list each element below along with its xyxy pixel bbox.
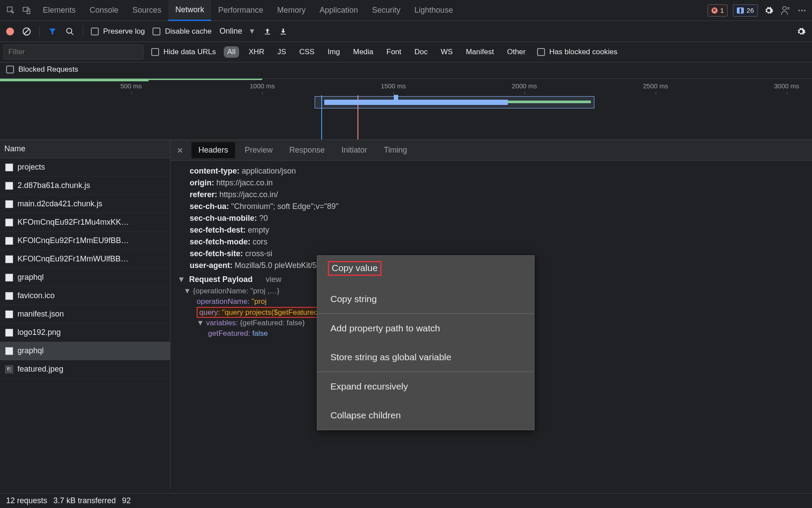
- svg-point-6: [804, 10, 806, 11]
- header-row[interactable]: content-type: application/json: [170, 165, 812, 177]
- account-icon[interactable]: [780, 5, 791, 16]
- request-row[interactable]: featured.jpeg: [0, 360, 170, 379]
- svg-rect-1: [23, 7, 28, 11]
- ctx-item-add-property-path-to-watch[interactable]: Add property path to watch: [317, 314, 534, 343]
- request-row[interactable]: KFOmCnqEu92Fr1Mu4mxKK…: [0, 213, 170, 232]
- devtools-tab-elements[interactable]: Elements: [36, 0, 83, 21]
- has-blocked-cookies-checkbox[interactable]: Has blocked cookies: [537, 48, 618, 56]
- error-badge[interactable]: ✕1: [708, 4, 728, 17]
- ctx-item-copy-value[interactable]: Copy value: [317, 256, 534, 285]
- header-row[interactable]: sec-fetch-mode: cors: [170, 236, 812, 248]
- timeline-tick: 500 ms: [120, 82, 142, 90]
- search-icon[interactable]: [65, 27, 75, 36]
- timeline-tick: 2000 ms: [512, 82, 537, 90]
- throttling-select[interactable]: Online ▼: [219, 27, 256, 36]
- header-row[interactable]: sec-fetch-dest: empty: [170, 224, 812, 236]
- request-name: projects: [17, 163, 45, 172]
- devtools-tab-memory[interactable]: Memory: [270, 0, 312, 21]
- detail-tab-preview[interactable]: Preview: [238, 142, 280, 158]
- request-row[interactable]: graphql: [0, 342, 170, 360]
- device-toggle-icon[interactable]: [20, 4, 33, 17]
- devtools-tab-application[interactable]: Application: [312, 0, 365, 21]
- type-filter-all[interactable]: All: [224, 46, 239, 58]
- more-icon[interactable]: [796, 5, 808, 16]
- file-icon: [5, 274, 13, 282]
- record-button[interactable]: [6, 28, 14, 35]
- request-name: KFOlCnqEu92Fr1MmWUlfBB…: [17, 254, 128, 264]
- devtools-tab-sources[interactable]: Sources: [125, 0, 168, 21]
- close-detail-icon[interactable]: [174, 144, 186, 157]
- file-icon: [5, 182, 13, 190]
- view-source-link[interactable]: view: [266, 275, 281, 284]
- type-filter-doc[interactable]: Doc: [411, 46, 431, 58]
- network-settings-gear-icon[interactable]: [796, 27, 806, 36]
- timeline-tick: 1500 ms: [381, 82, 406, 90]
- type-filter-media[interactable]: Media: [350, 46, 377, 58]
- request-row[interactable]: 2.d87ba61a.chunk.js: [0, 177, 170, 195]
- blocked-requests-checkbox[interactable]: Blocked Requests: [6, 65, 78, 74]
- type-filter-js[interactable]: JS: [274, 46, 290, 58]
- request-row[interactable]: graphql: [0, 268, 170, 287]
- settings-gear-icon[interactable]: [763, 5, 774, 16]
- filter-input[interactable]: [3, 45, 143, 59]
- detail-tab-initiator[interactable]: Initiator: [334, 142, 374, 158]
- request-name: graphql: [17, 346, 44, 355]
- ctx-item-expand-recursively[interactable]: Expand recursively: [317, 372, 534, 401]
- type-filter-img[interactable]: Img: [324, 46, 344, 58]
- header-row[interactable]: sec-ch-ua-mobile: ?0: [170, 212, 812, 224]
- request-row[interactable]: favicon.ico: [0, 287, 170, 305]
- type-filter-other[interactable]: Other: [503, 46, 529, 58]
- ctx-item-store-string-as-global-variable[interactable]: Store string as global variable: [317, 343, 534, 372]
- request-row[interactable]: logo192.png: [0, 324, 170, 342]
- throttling-value: Online: [219, 27, 242, 36]
- name-column-header[interactable]: Name: [0, 140, 170, 158]
- type-filter-xhr[interactable]: XHR: [245, 46, 268, 58]
- file-icon: [5, 219, 13, 226]
- devtools-tab-security[interactable]: Security: [365, 0, 407, 21]
- file-icon: [5, 347, 13, 355]
- request-row[interactable]: KFOlCnqEu92Fr1MmWUlfBB…: [0, 250, 170, 268]
- detail-tab-response[interactable]: Response: [282, 142, 332, 158]
- inspect-icon[interactable]: [4, 4, 17, 17]
- devtools-tab-bar: ElementsConsoleSourcesNetworkPerformance…: [0, 0, 812, 21]
- ctx-item-collapse-children[interactable]: Collapse children: [317, 401, 534, 430]
- request-name: favicon.ico: [17, 291, 55, 300]
- issues-badge[interactable]: ❚26: [733, 4, 758, 17]
- detail-tab-headers[interactable]: Headers: [191, 142, 235, 158]
- svg-point-8: [67, 28, 72, 33]
- overview-timeline[interactable]: 500 ms1000 ms1500 ms2000 ms2500 ms3000 m…: [0, 79, 812, 140]
- hide-data-urls-checkbox[interactable]: Hide data URLs: [151, 48, 216, 56]
- request-name: manifest.json: [17, 310, 64, 319]
- header-row[interactable]: referer: https://jacc.co.in/: [170, 189, 812, 201]
- type-filter-font[interactable]: Font: [383, 46, 405, 58]
- devtools-tab-network[interactable]: Network: [168, 0, 211, 21]
- request-name: graphql: [17, 273, 44, 282]
- type-filter-manifest[interactable]: Manifest: [462, 46, 497, 58]
- request-row[interactable]: projects: [0, 158, 170, 177]
- type-filter-ws[interactable]: WS: [437, 46, 456, 58]
- type-filter-css[interactable]: CSS: [296, 46, 318, 58]
- filter-funnel-icon[interactable]: [48, 27, 57, 36]
- upload-icon[interactable]: [264, 28, 271, 35]
- timeline-tick: 3000 ms: [774, 82, 799, 90]
- request-row[interactable]: KFOlCnqEu92Fr1MmEU9fBB…: [0, 232, 170, 250]
- header-row[interactable]: sec-ch-ua: "Chromium"; soft Edge";v="89": [170, 201, 812, 212]
- detail-tab-timing[interactable]: Timing: [377, 142, 414, 158]
- request-name: logo192.png: [17, 328, 61, 337]
- devtools-tab-performance[interactable]: Performance: [211, 0, 270, 21]
- request-row[interactable]: main.d2cda421.chunk.js: [0, 195, 170, 213]
- ctx-item-copy-string[interactable]: Copy string: [317, 285, 534, 313]
- request-row[interactable]: manifest.json: [0, 305, 170, 324]
- file-icon: [5, 237, 13, 245]
- preserve-log-checkbox[interactable]: Preserve log: [91, 27, 145, 36]
- context-menu: Copy valueCopy stringAdd property path t…: [317, 255, 534, 430]
- request-name: KFOmCnqEu92Fr1Mu4mxKK…: [17, 218, 129, 227]
- header-row[interactable]: origin: https://jacc.co.in: [170, 177, 812, 189]
- devtools-tab-lighthouse[interactable]: Lighthouse: [407, 0, 460, 21]
- devtools-tab-console[interactable]: Console: [83, 0, 125, 21]
- download-icon[interactable]: [279, 28, 287, 35]
- request-name: KFOlCnqEu92Fr1MmEU9fBB…: [17, 236, 129, 245]
- file-icon: [5, 200, 13, 208]
- clear-icon[interactable]: [22, 27, 31, 36]
- disable-cache-checkbox[interactable]: Disable cache: [153, 27, 212, 36]
